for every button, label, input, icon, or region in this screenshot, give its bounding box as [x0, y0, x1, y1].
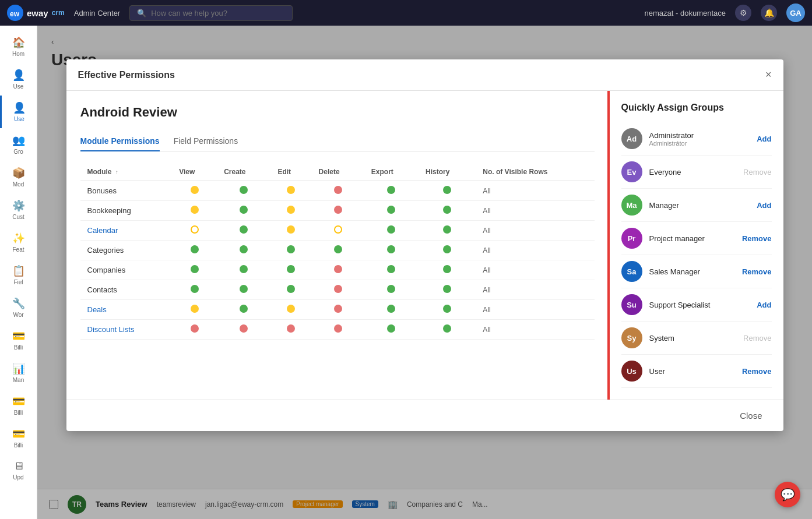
sidebar-item-users2[interactable]: 👤 Use — [0, 96, 37, 128]
sidebar-item-workflows[interactable]: 🔧 Wor — [0, 291, 37, 324]
group-remove-button[interactable]: Remove — [743, 168, 771, 176]
module-name[interactable]: Calendar — [87, 226, 118, 235]
tab-module-permissions[interactable]: Module Permissions — [80, 132, 160, 151]
table-row: Categories All — [80, 241, 595, 260]
group-name: Everyone — [649, 168, 737, 176]
col-view-val — [172, 201, 217, 221]
dot-green — [387, 285, 395, 293]
group-remove-button[interactable]: Remove — [742, 367, 772, 376]
sidebar-item-billing[interactable]: 💳 Billi — [0, 324, 37, 356]
col-view-val — [172, 300, 217, 320]
users2-icon: 👤 — [13, 101, 26, 114]
col-export-val — [364, 320, 419, 340]
dot-yellow-half — [287, 206, 295, 214]
sidebar-item-home[interactable]: 🏠 Hom — [0, 30, 37, 63]
group-name: Sales Manager — [649, 267, 735, 276]
sidebar-label-billing3: Billi — [14, 442, 23, 449]
dot-green — [240, 245, 248, 253]
group-item: Ev Everyone Remove — [621, 156, 772, 189]
billing2-icon: 💳 — [12, 395, 25, 408]
group-add-button[interactable]: Add — [757, 135, 771, 143]
tab-field-permissions[interactable]: Field Permissions — [174, 132, 238, 151]
group-avatar: Pr — [621, 228, 642, 249]
modal-dialog: Effective Permissions × Android Review M… — [66, 59, 783, 431]
modal-close-button[interactable]: × — [765, 69, 772, 81]
settings-icon[interactable]: ⚙ — [735, 5, 751, 21]
sidebar-item-billing2[interactable]: 💳 Billi — [0, 389, 37, 422]
sidebar-label-manage: Man — [13, 377, 24, 383]
modal-close-footer-button[interactable]: Close — [730, 407, 771, 424]
col-delete-val — [312, 221, 364, 241]
dot-yellow-half — [287, 305, 295, 313]
sidebar-label-updates: Upd — [13, 474, 23, 481]
table-row: Bookkeeping All — [80, 201, 595, 221]
col-edit-val — [270, 260, 311, 280]
svg-text:ew: ew — [10, 10, 20, 18]
group-avatar: Sa — [621, 261, 642, 282]
group-info: Support Specialist — [649, 301, 750, 309]
table-row: Calendar All — [80, 221, 595, 241]
col-delete: Delete — [312, 163, 364, 181]
sidebar-item-billing3[interactable]: 💳 Billi — [0, 422, 37, 454]
sidebar-item-features[interactable]: ✨ Feat — [0, 226, 37, 259]
sidebar-item-users[interactable]: 👤 Use — [0, 63, 37, 96]
module-name[interactable]: Deals — [87, 305, 107, 314]
dot-red — [334, 285, 342, 293]
search-bar[interactable]: 🔍 — [129, 5, 293, 21]
col-view: View — [172, 163, 217, 181]
search-icon: 🔍 — [137, 9, 146, 17]
col-export: Export — [364, 163, 419, 181]
sidebar-item-modules[interactable]: 📦 Mod — [0, 161, 37, 193]
search-input[interactable] — [151, 9, 285, 17]
module-name[interactable]: Discount Lists — [87, 325, 135, 334]
col-delete-val — [312, 260, 364, 280]
groups-icon: 👥 — [12, 134, 25, 147]
group-name: User — [649, 367, 735, 376]
table-row: Companies All — [80, 260, 595, 280]
dot-green — [387, 206, 395, 214]
dot-green — [240, 265, 248, 273]
sidebar-item-custom[interactable]: ⚙️ Cust — [0, 193, 37, 226]
visible-rows-val: All — [483, 306, 490, 314]
group-item: Sy System Remove — [621, 322, 772, 355]
sidebar-item-groups[interactable]: 👥 Gro — [0, 128, 37, 161]
sidebar-item-manage[interactable]: 📊 Man — [0, 356, 37, 389]
home-icon: 🏠 — [12, 36, 25, 49]
col-history-val — [419, 241, 476, 260]
group-info: Everyone — [649, 168, 737, 176]
col-view-val — [172, 221, 217, 241]
avatar[interactable]: GA — [786, 3, 805, 22]
sidebar-label-features: Feat — [12, 246, 24, 253]
left-panel: Android Review Module Permissions Field … — [66, 91, 609, 400]
sidebar-item-updates[interactable]: 🖥 Upd — [0, 454, 37, 486]
sidebar-label-custom: Cust — [12, 214, 24, 220]
dot-red — [191, 324, 199, 333]
logo-icon: ew — [7, 5, 23, 21]
group-add-button[interactable]: Add — [757, 301, 771, 309]
col-history-val — [419, 221, 476, 241]
col-delete-val — [312, 320, 364, 340]
col-history-val — [419, 280, 476, 300]
sidebar-item-fields[interactable]: 📋 Fiel — [0, 259, 37, 291]
dot-green — [240, 186, 248, 194]
dot-green — [240, 305, 248, 313]
modal: Effective Permissions × Android Review M… — [37, 55, 812, 519]
dot-green — [443, 285, 451, 293]
sidebar-label-users: Use — [13, 83, 24, 90]
chat-button[interactable]: 💬 — [775, 482, 800, 507]
modal-body: Android Review Module Permissions Field … — [66, 91, 783, 400]
group-add-button[interactable]: Add — [757, 201, 771, 210]
dot-yellow — [334, 225, 342, 234]
group-remove-button[interactable]: Remove — [742, 267, 772, 276]
group-remove-button[interactable]: Remove — [743, 334, 771, 343]
table-row: Contacts All — [80, 280, 595, 300]
permissions-table: Module ↑ View Create Edit Delete Export … — [80, 163, 595, 340]
col-module[interactable]: Module ↑ — [80, 163, 173, 181]
visible-rows-val: All — [483, 266, 490, 274]
col-create-val — [217, 280, 270, 300]
visible-rows-val: All — [483, 246, 490, 255]
group-remove-button[interactable]: Remove — [742, 234, 772, 243]
notifications-icon[interactable]: 🔔 — [761, 5, 777, 21]
dot-green — [191, 285, 199, 293]
dot-green — [240, 206, 248, 214]
